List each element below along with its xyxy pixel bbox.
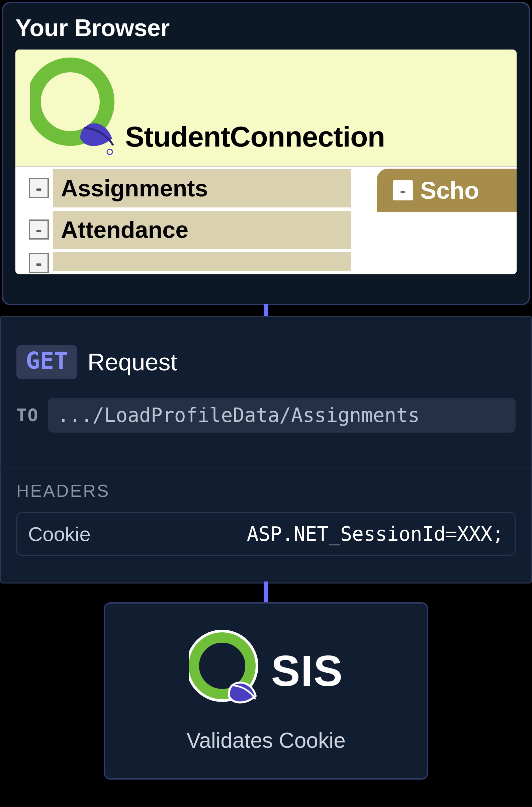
headers-section-label: HEADERS [16,481,110,501]
request-url-line: TO .../LoadProfileData/Assignments [16,398,516,433]
nav-label [52,252,352,272]
sis-label: SIS [271,646,343,696]
browser-panel-title: Your Browser [15,14,517,41]
request-word: Request [87,348,177,376]
studentconnection-nav: - Assignments - Attendance - - Scho [15,169,517,274]
collapse-icon: - [29,253,49,273]
svg-point-1 [107,149,112,155]
collapse-icon[interactable]: - [29,178,49,198]
nav-label: Assignments [52,169,352,208]
request-title-line: GET Request [16,345,516,379]
right-content-area [376,212,517,274]
school-tab-label: Scho [420,177,479,204]
header-key: Cookie [28,523,91,546]
browser-screenshot: StudentConnection - Assignments - Attend… [15,50,517,274]
header-value: ASP.NET_SessionId=XXX; [247,523,504,545]
sis-panel: SIS Validates Cookie [104,602,428,780]
collapse-icon[interactable]: - [29,219,49,239]
divider [1,467,531,467]
http-method-badge: GET [16,345,77,379]
q-logo-icon [189,629,259,713]
to-label: TO [16,405,39,425]
http-request-panel: GET Request TO .../LoadProfileData/Assig… [0,316,532,583]
sis-subtitle: Validates Cookie [186,728,346,753]
collapse-icon: - [393,180,413,200]
request-url: .../LoadProfileData/Assignments [48,398,516,433]
studentconnection-header: StudentConnection [15,50,517,167]
nav-label: Attendance [52,210,352,250]
school-tab[interactable]: - Scho [377,169,517,212]
sis-logo-line: SIS [189,629,343,713]
studentconnection-logo-group: StudentConnection [30,52,385,155]
header-row-cookie: Cookie ASP.NET_SessionId=XXX; [16,512,516,556]
q-logo-icon [30,52,117,155]
studentconnection-title: StudentConnection [125,120,385,153]
browser-panel: Your Browser StudentConnection - [2,2,530,305]
